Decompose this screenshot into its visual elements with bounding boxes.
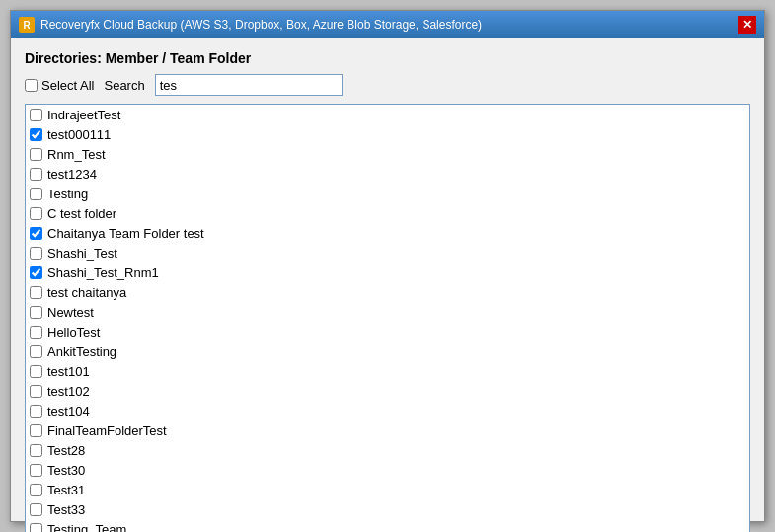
item-label: C test folder bbox=[47, 206, 116, 221]
item-checkbox-1[interactable] bbox=[30, 128, 42, 141]
item-label: Test31 bbox=[47, 483, 85, 497]
item-label: Shashi_Test bbox=[47, 246, 117, 261]
item-label: Rnm_Test bbox=[47, 147, 106, 162]
list-item: FinalTeamFolderTest bbox=[26, 420, 749, 440]
item-label: Testing bbox=[47, 187, 88, 201]
item-checkbox-6[interactable] bbox=[30, 227, 42, 240]
list-item: Newtest bbox=[26, 302, 749, 322]
item-checkbox-0[interactable] bbox=[30, 109, 42, 121]
list-item: Testing_Team bbox=[26, 519, 749, 532]
directory-header: Directories: Member / Team Folder bbox=[25, 50, 750, 66]
item-label: Testing_Team bbox=[47, 522, 126, 533]
app-icon: R bbox=[19, 17, 35, 33]
close-button[interactable]: ✕ bbox=[738, 16, 756, 34]
item-label: Shashi_Test_Rnm1 bbox=[47, 266, 159, 280]
item-label: HelloTest bbox=[47, 325, 100, 340]
item-label: AnkitTesting bbox=[47, 344, 116, 359]
item-label: Test28 bbox=[47, 443, 85, 458]
item-label: test chaitanya bbox=[47, 285, 126, 300]
title-bar: R Recoveryfx Cloud Backup (AWS S3, Dropb… bbox=[11, 11, 764, 38]
item-label: test101 bbox=[47, 364, 90, 379]
item-checkbox-13[interactable] bbox=[30, 365, 42, 378]
select-all-label[interactable]: Select All bbox=[41, 78, 94, 93]
item-label: FinalTeamFolderTest bbox=[47, 423, 167, 438]
item-checkbox-12[interactable] bbox=[30, 345, 42, 358]
item-label: Test33 bbox=[47, 502, 85, 517]
search-input[interactable] bbox=[155, 74, 343, 96]
list-item: test104 bbox=[26, 401, 749, 420]
item-label: Newtest bbox=[47, 305, 94, 320]
item-checkbox-4[interactable] bbox=[30, 188, 42, 200]
item-checkbox-15[interactable] bbox=[30, 405, 42, 418]
item-checkbox-5[interactable] bbox=[30, 207, 42, 220]
list-item: Shashi_Test_Rnm1 bbox=[26, 263, 749, 282]
list-item: HelloTest bbox=[26, 322, 749, 342]
item-checkbox-7[interactable] bbox=[30, 247, 42, 260]
item-checkbox-17[interactable] bbox=[30, 444, 42, 457]
item-checkbox-16[interactable] bbox=[30, 424, 42, 437]
item-checkbox-14[interactable] bbox=[30, 385, 42, 398]
item-label: Test30 bbox=[47, 463, 85, 478]
main-content: Directories: Member / Team Folder Select… bbox=[11, 38, 764, 532]
list-item: test1234 bbox=[26, 164, 749, 184]
item-checkbox-2[interactable] bbox=[30, 148, 42, 161]
list-item: IndrajeetTest bbox=[26, 105, 749, 124]
list-item: test101 bbox=[26, 361, 749, 381]
list-item: C test folder bbox=[26, 203, 749, 223]
title-bar-left: R Recoveryfx Cloud Backup (AWS S3, Dropb… bbox=[19, 17, 482, 33]
item-checkbox-21[interactable] bbox=[30, 523, 42, 533]
item-label: test104 bbox=[47, 404, 90, 418]
item-checkbox-3[interactable] bbox=[30, 168, 42, 181]
list-item: test chaitanya bbox=[26, 282, 749, 302]
list-item: Shashi_Test bbox=[26, 243, 749, 263]
list-item: AnkitTesting bbox=[26, 342, 749, 361]
item-label: test102 bbox=[47, 384, 90, 399]
item-checkbox-20[interactable] bbox=[30, 503, 42, 516]
search-label: Search bbox=[104, 78, 144, 93]
list-item: Test33 bbox=[26, 499, 749, 519]
list-item: Test30 bbox=[26, 460, 749, 480]
item-checkbox-9[interactable] bbox=[30, 286, 42, 299]
list-item: test000111 bbox=[26, 124, 749, 144]
item-checkbox-19[interactable] bbox=[30, 484, 42, 496]
item-label: test000111 bbox=[47, 127, 111, 142]
item-label: IndrajeetTest bbox=[47, 108, 120, 122]
window-title: Recoveryfx Cloud Backup (AWS S3, Dropbox… bbox=[40, 18, 482, 32]
item-label: test1234 bbox=[47, 167, 97, 182]
item-label: Chaitanya Team Folder test bbox=[47, 226, 204, 241]
items-list: IndrajeetTesttest000111Rnm_Testtest1234T… bbox=[25, 104, 750, 532]
list-item: Test28 bbox=[26, 440, 749, 460]
main-window: R Recoveryfx Cloud Backup (AWS S3, Dropb… bbox=[10, 10, 765, 522]
list-item: Testing bbox=[26, 184, 749, 203]
select-all-checkbox[interactable] bbox=[25, 79, 38, 92]
list-item: Test31 bbox=[26, 480, 749, 499]
item-checkbox-10[interactable] bbox=[30, 306, 42, 319]
list-item: Rnm_Test bbox=[26, 144, 749, 164]
item-checkbox-18[interactable] bbox=[30, 464, 42, 477]
list-item: test102 bbox=[26, 381, 749, 401]
list-item: Chaitanya Team Folder test bbox=[26, 223, 749, 243]
select-all-area: Select All bbox=[25, 78, 94, 93]
item-checkbox-8[interactable] bbox=[30, 266, 42, 279]
search-row: Select All Search bbox=[25, 74, 750, 96]
item-checkbox-11[interactable] bbox=[30, 326, 42, 339]
